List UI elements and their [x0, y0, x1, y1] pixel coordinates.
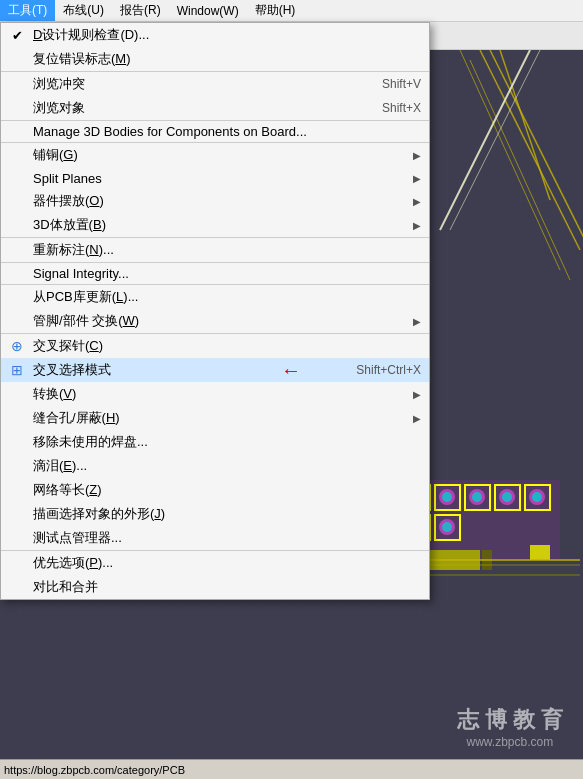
menu-item-update-from-lib[interactable]: 从PCB库更新(L)... — [1, 285, 429, 309]
tools-dropdown-menu: ✔ D设计规则检查(D)... 复位错误标志(M) 浏览冲突 Shift+V 浏… — [0, 22, 430, 600]
menu-item-net-length[interactable]: 网络等长(Z) — [1, 478, 429, 502]
menu-item-compare-merge[interactable]: 对比和合并 — [1, 575, 429, 599]
menu-item-testpoint-mgr[interactable]: 测试点管理器... — [1, 526, 429, 551]
svg-point-21 — [502, 492, 512, 502]
svg-point-24 — [532, 492, 542, 502]
svg-point-30 — [442, 522, 452, 532]
menu-item-pour-copper[interactable]: 铺铜(G) ▶ — [1, 143, 429, 167]
red-arrow-indicator: ← — [281, 360, 301, 380]
menu-item-browse-violations[interactable]: 浏览冲突 Shift+V — [1, 72, 429, 96]
probe-icon: ⊕ — [7, 336, 27, 356]
svg-rect-33 — [530, 545, 550, 560]
select-icon: ⊞ — [7, 360, 27, 380]
menu-window[interactable]: Window(W) — [169, 2, 247, 20]
menu-help[interactable]: 帮助(H) — [247, 0, 304, 21]
url-bar: https://blog.zbpcb.com/category/PCB — [0, 759, 583, 779]
menu-report[interactable]: 报告(R) — [112, 0, 169, 21]
menu-item-teardrops[interactable]: 滴泪(E)... — [1, 454, 429, 478]
menu-item-pin-swap[interactable]: 管脚/部件 交换(W) ▶ — [1, 309, 429, 334]
url-text: https://blog.zbpcb.com/category/PCB — [4, 764, 185, 776]
menu-item-cross-select[interactable]: ⊞ 交叉选择模式 ← Shift+Ctrl+X — [1, 358, 429, 382]
watermark-title: 志 博 教 育 — [457, 705, 563, 735]
menu-item-split-planes[interactable]: Split Planes ▶ — [1, 167, 429, 189]
menu-item-convert[interactable]: 转换(V) ▶ — [1, 382, 429, 406]
svg-point-18 — [472, 492, 482, 502]
menu-item-reset-errors[interactable]: 复位错误标志(M) — [1, 47, 429, 72]
watermark: 志 博 教 育 www.zbpcb.com — [457, 705, 563, 749]
menu-bar: 工具(T) 布线(U) 报告(R) Window(W) 帮助(H) — [0, 0, 583, 22]
menu-item-sketch-selection[interactable]: 描画选择对象的外形(J) — [1, 502, 429, 526]
menu-item-remove-unused-pads[interactable]: 移除未使用的焊盘... — [1, 430, 429, 454]
menu-tools[interactable]: 工具(T) — [0, 0, 55, 21]
svg-point-15 — [442, 492, 452, 502]
menu-item-drc[interactable]: ✔ D设计规则检查(D)... — [1, 23, 429, 47]
menu-item-reannotate[interactable]: 重新标注(N)... — [1, 238, 429, 263]
menu-item-stitching[interactable]: 缝合孔/屏蔽(H) ▶ — [1, 406, 429, 430]
menu-item-component-placement[interactable]: 器件摆放(O) ▶ — [1, 189, 429, 213]
drc-icon: ✔ — [7, 25, 27, 45]
menu-item-signal-integrity[interactable]: Signal Integrity... — [1, 263, 429, 285]
menu-item-3d-placement[interactable]: 3D体放置(B) ▶ — [1, 213, 429, 238]
menu-item-browse-objects[interactable]: 浏览对象 Shift+X — [1, 96, 429, 121]
watermark-url: www.zbpcb.com — [457, 735, 563, 749]
menu-item-manage-3d[interactable]: Manage 3D Bodies for Components on Board… — [1, 121, 429, 143]
menu-item-cross-probe[interactable]: ⊕ 交叉探针(C) — [1, 334, 429, 358]
menu-item-preferences[interactable]: 优先选项(P)... — [1, 551, 429, 575]
menu-route[interactable]: 布线(U) — [55, 0, 112, 21]
